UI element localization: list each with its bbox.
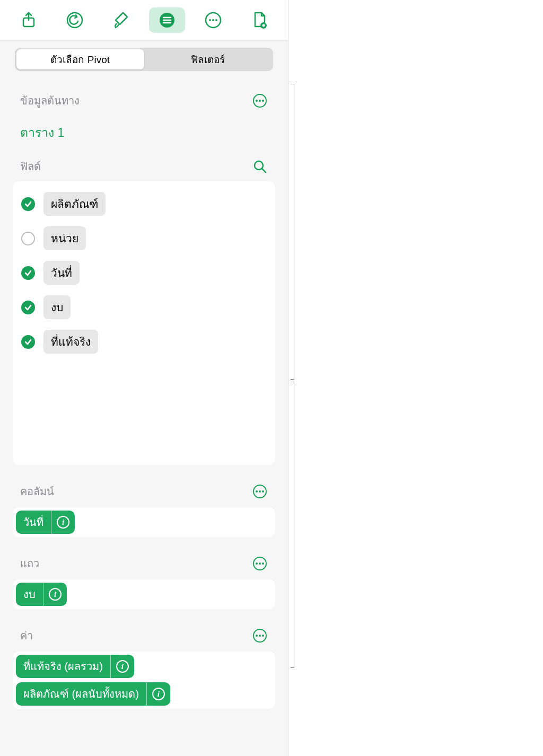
values-more-button[interactable] (252, 628, 268, 644)
columns-zone: คอลัมน์ วันที่ i (13, 483, 275, 537)
info-icon: i (152, 688, 165, 700)
source-header: ข้อมูลต้นทาง (13, 92, 275, 112)
share-button[interactable] (11, 7, 47, 33)
field-checkbox[interactable] (21, 266, 35, 280)
share-icon (19, 11, 38, 30)
ellipsis-circle-icon (204, 11, 223, 30)
rows-dropzone[interactable]: งบ i (13, 579, 275, 609)
brush-icon (111, 11, 130, 30)
field-chip[interactable]: งบ (43, 295, 71, 319)
format-panel: ตัวเลือก Pivot ฟิลเตอร์ ข้อมูลต้นทาง ตาร… (0, 0, 288, 756)
info-icon: i (49, 588, 62, 601)
pill-info-button[interactable]: i (43, 583, 67, 606)
svg-point-11 (262, 24, 265, 27)
fields-label: ฟิลด์ (20, 158, 41, 175)
rows-header: แถว (13, 555, 275, 575)
undo-icon (65, 11, 84, 30)
column-pill[interactable]: วันที่ i (16, 511, 75, 534)
source-label: ข้อมูลต้นทาง (20, 92, 80, 109)
columns-header: คอลัมน์ (13, 483, 275, 503)
format-brush-button[interactable] (103, 7, 139, 33)
callout-bracket-bottom (294, 382, 294, 668)
field-checkbox[interactable] (21, 335, 35, 349)
more-icon (253, 485, 267, 498)
value-pill[interactable]: ผลิตภัณฑ์ (ผลนับทั้งหมด) i (16, 682, 170, 706)
field-checkbox[interactable] (21, 301, 35, 314)
check-icon (24, 338, 32, 346)
more-icon (253, 629, 267, 643)
pill-label: งบ (16, 583, 43, 606)
source-name[interactable]: ตาราง 1 (13, 112, 275, 158)
rows-label: แถว (20, 555, 39, 572)
field-row: หน่วย (21, 221, 267, 256)
pill-label: ผลิตภัณฑ์ (ผลนับทั้งหมด) (16, 682, 147, 706)
more-button[interactable] (195, 7, 231, 33)
tab-pivot-options[interactable]: ตัวเลือก Pivot (16, 49, 144, 69)
pill-info-button[interactable]: i (51, 511, 75, 534)
field-chip[interactable]: หน่วย (43, 226, 86, 250)
list-icon (157, 11, 177, 30)
svg-point-9 (215, 19, 217, 21)
columns-more-button[interactable] (252, 484, 268, 499)
document-settings-button[interactable] (241, 7, 277, 33)
field-chip[interactable]: วันที่ (43, 261, 80, 285)
pill-label: วันที่ (16, 511, 51, 534)
more-icon (253, 94, 267, 108)
values-zone: ค่า ที่แท้จริง (ผลรวม) i ผลิตภัณฑ์ (ผลนั… (13, 627, 275, 709)
pill-info-button[interactable]: i (147, 682, 170, 706)
rows-zone: แถว งบ i (13, 555, 275, 609)
document-gear-icon (250, 11, 269, 30)
top-toolbar (0, 0, 288, 40)
source-more-button[interactable] (252, 93, 268, 109)
pill-info-button[interactable]: i (111, 655, 134, 678)
svg-point-8 (212, 19, 214, 21)
field-checkbox[interactable] (21, 232, 35, 245)
field-row: วันที่ (21, 256, 267, 290)
undo-button[interactable] (57, 7, 93, 33)
row-pill[interactable]: งบ i (16, 583, 67, 606)
callout-bracket-top (294, 84, 294, 380)
fields-search-button[interactable] (252, 159, 268, 174)
field-chip[interactable]: ผลิตภัณฑ์ (43, 192, 106, 216)
values-dropzone[interactable]: ที่แท้จริง (ผลรวม) i ผลิตภัณฑ์ (ผลนับทั้… (13, 652, 275, 709)
field-chip[interactable]: ที่แท้จริง (43, 330, 98, 354)
value-pill[interactable]: ที่แท้จริง (ผลรวม) i (16, 655, 134, 678)
check-icon (24, 303, 32, 312)
field-row: งบ (21, 290, 267, 324)
segmented-control: ตัวเลือก Pivot ฟิลเตอร์ (15, 48, 273, 71)
search-icon (252, 159, 267, 174)
svg-point-7 (209, 19, 211, 21)
segmented-control-wrap: ตัวเลือก Pivot ฟิลเตอร์ (0, 40, 288, 71)
field-row: ผลิตภัณฑ์ (21, 187, 267, 221)
svg-line-13 (262, 169, 266, 172)
field-row: ที่แท้จริง (21, 324, 267, 359)
panel-body: ข้อมูลต้นทาง ตาราง 1 ฟิลด์ ผลิตภัณฑ์ (0, 71, 288, 756)
pill-label: ที่แท้จริง (ผลรวม) (16, 655, 111, 678)
rows-more-button[interactable] (252, 556, 268, 572)
info-icon: i (57, 516, 69, 529)
info-icon: i (116, 660, 129, 673)
check-icon (24, 269, 32, 277)
check-icon (24, 200, 32, 208)
tab-filter[interactable]: ฟิลเตอร์ (144, 49, 272, 69)
values-header: ค่า (13, 627, 275, 647)
fields-list: ผลิตภัณฑ์ หน่วย วันที่ งบ (13, 181, 275, 465)
more-icon (253, 557, 267, 570)
fields-header: ฟิลด์ (13, 158, 275, 178)
columns-dropzone[interactable]: วันที่ i (13, 507, 275, 537)
pivot-panel-button[interactable] (149, 7, 185, 33)
columns-label: คอลัมน์ (20, 483, 54, 500)
field-checkbox[interactable] (21, 197, 35, 211)
values-label: ค่า (20, 627, 33, 644)
